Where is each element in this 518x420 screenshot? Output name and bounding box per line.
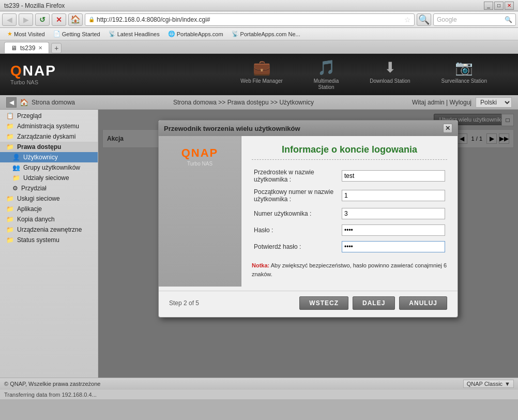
breadcrumb-bar: ◀ 🏠 Strona domowa Strona domowa >> Prawa… (0, 95, 518, 110)
star-icon: ★ (7, 31, 12, 37)
sidebar-toggle-btn[interactable]: ◀ (6, 97, 17, 108)
qnap-tagline: Turbo NAS (10, 79, 56, 85)
form-table: Przedrostek w nazwieużytkownika : Począt… (252, 166, 447, 255)
bookmark-most-visited[interactable]: ★ Most Visited (4, 29, 48, 38)
dropdown-icon: ▼ (505, 381, 510, 387)
browser-toolbar: ◀ ▶ ↺ ✕ 🏠 🔒 http://192.168.0.4:8080/cgi-… (0, 11, 518, 28)
maximize-btn[interactable]: □ (494, 2, 504, 10)
qnap-logo-q: Q (10, 63, 23, 79)
sidebar-item-prawa-dostepu[interactable]: 📁 Prawa dostępu (0, 142, 98, 152)
bookmark-latest-headlines[interactable]: 📡 Latest Headlines (105, 29, 163, 38)
step-info: Step 2 of 5 (169, 299, 199, 307)
modal-next-btn[interactable]: DALEJ (353, 296, 395, 310)
modal-overlay: Przewodnik tworzenia wielu użytkowników … (98, 110, 518, 378)
modal-footer: Step 2 of 5 WSTECZ DALEJ ANULUJ (159, 291, 458, 317)
modal-close-btn[interactable]: ✕ (443, 124, 452, 133)
breadcrumb-home-label[interactable]: Strona domowa (32, 99, 75, 106)
input-user-count[interactable] (342, 208, 445, 219)
sidebar-przeglad-label: Przegląd (17, 112, 41, 119)
tab-close-icon[interactable]: ✕ (38, 45, 42, 51)
sidebar-item-grupy[interactable]: 👥 Grupy użytkowników (0, 162, 98, 173)
sidebar-przeglad-icon: 📋 (6, 112, 14, 119)
sidebar-item-kopia[interactable]: 📁 Kopia danych (0, 214, 98, 224)
bookmarks-bar: ★ Most Visited 📄 Getting Started 📡 Lates… (0, 28, 518, 40)
tab-ts239[interactable]: 🖥 ts239 ✕ (4, 42, 49, 53)
group-icon: 👥 (12, 164, 20, 171)
form-row-start-num: Początkowy numer w nazwieużytkownika : (252, 186, 447, 205)
bookmark-portableapps-ne[interactable]: 📡 PortableApps.com Ne... (228, 29, 303, 38)
modal-body: QNAP Turbo NAS Informacje o koncie logow… (159, 136, 458, 287)
header-surveillance-station[interactable]: 📷 Surveillance Station (441, 59, 487, 91)
sidebar-item-zarzadz-dyskami[interactable]: 📁 Zarządzanie dyskami (0, 131, 98, 142)
modal-back-btn[interactable]: WSTECZ (299, 296, 348, 310)
input-password[interactable] (342, 224, 445, 236)
bookmark-star-icon[interactable]: ☆ (404, 16, 411, 24)
sidebar-item-status[interactable]: 📁 Status systemu (0, 235, 98, 245)
rss-icon: 📡 (109, 31, 116, 37)
form-row-prefix: Przedrostek w nazwieużytkownika : (252, 166, 447, 186)
form-label-confirm-password: Potwierdź hasło : (252, 238, 340, 255)
sidebar-item-przydz[interactable]: ⚙ Przydział (0, 183, 98, 193)
forward-btn[interactable]: ▶ (19, 13, 33, 26)
modal-buttons: WSTECZ DALEJ ANULUJ (299, 296, 447, 310)
qnap-logo-text: QNAP (10, 64, 56, 78)
sidebar-app-label: Aplikacje (17, 205, 42, 213)
sidebar-item-uslugi[interactable]: 📁 Usługi sieciowe (0, 193, 98, 204)
home-btn[interactable]: 🏠 (68, 13, 83, 26)
form-label-user-count: Numer użytkownika : (252, 205, 340, 222)
form-row-user-count: Numer użytkownika : (252, 205, 447, 222)
sidebar: 📋 Przegląd 📁 Administracja systemu 📁 Zar… (0, 110, 98, 378)
bookmark-label: PortableApps.com (177, 31, 223, 37)
file-manager-icon: 💼 (253, 59, 271, 76)
new-tab-button[interactable]: + (51, 43, 62, 53)
sidebar-udzialy-label: Udziały sieciowe (23, 174, 69, 182)
close-btn[interactable]: ✕ (505, 2, 514, 10)
przydz-icon: ⚙ (12, 185, 18, 192)
qnap-logo: QNAP Turbo NAS (10, 64, 56, 85)
app-container: QNAP Turbo NAS 💼 Web File Manager 🎵 Mult… (0, 54, 518, 389)
input-prefix[interactable] (342, 170, 445, 182)
header-download-station[interactable]: ⬇ Download Station (370, 59, 410, 91)
folder-icon-admin: 📁 (6, 123, 14, 130)
surveillance-label: Surveillance Station (441, 78, 487, 84)
back-btn[interactable]: ◀ (2, 13, 17, 26)
address-bar[interactable]: 🔒 http://192.168.0.4:8080/cgi-bin/index.… (85, 13, 415, 26)
bookmark-getting-started[interactable]: 📄 Getting Started (50, 29, 103, 38)
modal-cancel-btn[interactable]: ANULUJ (399, 296, 447, 310)
sidebar-item-uzytkownicy[interactable]: 👤 Użytkownicy (0, 152, 98, 162)
bookmark-portableapps[interactable]: 🌐 PortableApps.com (165, 29, 226, 38)
input-confirm-password[interactable] (342, 241, 445, 252)
copyright-text: © QNAP, Wszelkie prawa zastrzeżone (4, 381, 100, 387)
search-engine-icon[interactable]: 🔍 (417, 13, 431, 26)
browser-title: ts239 - Mozilla Firefox (4, 2, 65, 9)
qnap-classic-btn[interactable]: QNAP Classic ▼ (463, 380, 514, 388)
sidebar-item-urzadzenia[interactable]: 📁 Urządzenia zewnętrzne (0, 224, 98, 235)
qnap-logo-nap: NAP (23, 63, 56, 79)
form-label-start-num: Początkowy numer w nazwieużytkownika : (252, 186, 340, 205)
folder-icon-kopia: 📁 (6, 216, 14, 223)
minimize-btn[interactable]: _ (484, 2, 493, 10)
modal-title: Przewodnik tworzenia wielu użytkowników (164, 125, 300, 132)
titlebar-controls[interactable]: _ □ ✕ (484, 2, 514, 10)
folder-icon-uslugi: 📁 (6, 195, 14, 202)
modal-logo: QNAP (181, 146, 219, 160)
language-select[interactable]: Polski English (476, 97, 512, 108)
address-text: http://192.168.0.4:8080/cgi-bin/index.cg… (97, 16, 402, 23)
search-bar[interactable]: Google 🔍 (433, 13, 516, 26)
sidebar-uslugi-label: Usługi sieciowe (17, 195, 60, 202)
sidebar-item-aplikacje[interactable]: 📁 Aplikacje (0, 204, 98, 214)
multimedia-label: MultimediaStation (314, 78, 339, 91)
stop-btn[interactable]: ✕ (52, 13, 66, 26)
form-row-confirm-password: Potwierdź hasło : (252, 238, 447, 255)
sidebar-kopia-label: Kopia danych (17, 216, 55, 223)
sidebar-urz-label: Urządzenia zewnętrzne (17, 226, 82, 233)
header-multimedia-station[interactable]: 🎵 MultimediaStation (314, 59, 339, 91)
refresh-btn[interactable]: ↺ (35, 13, 50, 26)
bookmark-label: Most Visited (14, 31, 45, 37)
header-icons: 💼 Web File Manager 🎵 MultimediaStation ⬇… (240, 59, 487, 91)
sidebar-item-admin-systemu[interactable]: 📁 Administracja systemu (0, 121, 98, 131)
sidebar-item-przeglad[interactable]: 📋 Przegląd (0, 111, 98, 121)
input-start-num[interactable] (342, 190, 445, 201)
header-web-file-manager[interactable]: 💼 Web File Manager (240, 59, 283, 91)
sidebar-item-udzialy[interactable]: 📁 Udziały sieciowe (0, 173, 98, 183)
